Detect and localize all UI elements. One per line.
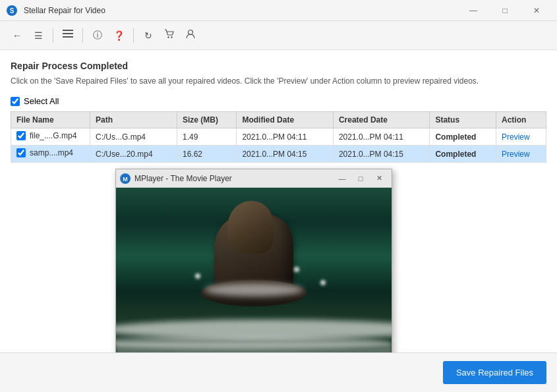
minimize-button[interactable]: — — [458, 0, 488, 21]
select-all-label: Select All — [24, 96, 59, 106]
help-button[interactable]: ❓ — [109, 26, 128, 45]
size-cell-1: 16.62 — [177, 146, 237, 163]
toolbar-separator-2 — [82, 28, 83, 43]
mplayer-window-controls: — □ ✕ — [334, 172, 388, 185]
info-button[interactable]: ⓘ — [88, 26, 107, 45]
menu-icon: ☰ — [34, 30, 43, 41]
close-button[interactable]: ✕ — [521, 0, 552, 21]
list-icon — [63, 30, 73, 41]
table-header-row: File Name Path Size (MB) Modified Date C… — [11, 112, 546, 128]
cart-icon — [164, 29, 175, 42]
size-cell-0: 1.49 — [177, 128, 237, 146]
repair-heading: Repair Process Completed — [11, 61, 546, 71]
toolbar: ← ☰ ⓘ ❓ ↻ — [0, 21, 557, 50]
save-repaired-files-button[interactable]: Save Repaired Files — [443, 361, 546, 384]
svg-text:M: M — [123, 176, 128, 182]
spray-3 — [320, 280, 326, 285]
col-header-action: Action — [496, 112, 546, 128]
mplayer-close-button[interactable]: ✕ — [370, 172, 388, 185]
filename-cell-1: samp....mp4 — [30, 148, 73, 157]
col-header-size: Size (MB) — [177, 112, 237, 128]
mplayer-video-area — [116, 188, 392, 352]
col-header-path: Path — [90, 112, 177, 128]
svg-point-5 — [167, 36, 169, 38]
file-table: File Name Path Size (MB) Modified Date C… — [11, 111, 546, 163]
created-cell-1: 2021.0...PM 04:15 — [333, 146, 430, 163]
list-button[interactable] — [59, 26, 77, 45]
bottom-bar: Save Repaired Files — [0, 352, 557, 392]
svg-rect-3 — [63, 33, 73, 34]
foam-splash — [204, 283, 303, 296]
user-button[interactable] — [181, 26, 200, 45]
path-cell-1: C:/Use...20.mp4 — [90, 146, 177, 163]
col-header-created: Created Date — [333, 112, 430, 128]
svg-rect-4 — [63, 36, 73, 38]
preview-link-1[interactable]: Preview — [502, 150, 530, 159]
preview-link-0[interactable]: Preview — [502, 132, 530, 142]
path-cell-0: C:/Us...G.mp4 — [90, 128, 177, 146]
col-header-modified: Modified Date — [237, 112, 334, 128]
wave-3 — [116, 343, 392, 352]
select-all-checkbox[interactable] — [11, 97, 20, 106]
table-row: file_....G.mp4 C:/Us...G.mp4 1.49 2021.0… — [11, 128, 546, 146]
modified-cell-0: 2021.0...PM 04:11 — [237, 128, 334, 146]
mplayer-window: M MPlayer - The Movie Player — □ ✕ — [115, 169, 392, 352]
cart-button[interactable] — [160, 26, 179, 45]
toolbar-separator-1 — [53, 28, 53, 43]
back-button[interactable]: ← — [8, 26, 26, 45]
user-icon — [185, 29, 196, 42]
window-title: Stellar Repair for Video — [24, 6, 105, 15]
table-row: samp....mp4 C:/Use...20.mp4 16.62 2021.0… — [11, 146, 546, 163]
spray-2 — [294, 267, 299, 272]
toolbar-separator-3 — [133, 28, 134, 43]
info-icon: ⓘ — [93, 30, 102, 42]
action-cell-1: Preview — [496, 146, 546, 163]
back-icon: ← — [13, 30, 22, 41]
ocean-scene — [116, 188, 392, 352]
col-header-filename: File Name — [11, 112, 90, 128]
mplayer-titlebar-left: M MPlayer - The Movie Player — [120, 173, 232, 184]
svg-rect-2 — [63, 30, 73, 31]
window-controls: — □ ✕ — [458, 0, 552, 21]
mplayer-titlebar: M MPlayer - The Movie Player — □ ✕ — [116, 169, 392, 188]
mplayer-app-icon: M — [120, 173, 131, 184]
action-cell-0: Preview — [496, 128, 546, 146]
modified-cell-1: 2021.0...PM 04:15 — [237, 146, 334, 163]
col-header-status: Status — [430, 112, 496, 128]
filename-cell-0: file_....G.mp4 — [30, 131, 76, 140]
svg-text:S: S — [10, 7, 15, 14]
select-all-row: Select All — [11, 96, 546, 106]
mplayer-maximize-button[interactable]: □ — [352, 172, 369, 185]
title-bar-left: S Stellar Repair for Video — [5, 4, 105, 17]
repair-subtext: Click on the 'Save Repaired Files' to sa… — [11, 75, 546, 87]
status-cell-1: Completed — [430, 146, 496, 163]
menu-button[interactable]: ☰ — [29, 26, 47, 45]
spray-1 — [195, 273, 200, 279]
app-icon: S — [5, 4, 18, 17]
refresh-button[interactable]: ↻ — [139, 26, 158, 45]
row-checkbox-0[interactable] — [16, 131, 26, 140]
maximize-button[interactable]: □ — [490, 0, 520, 21]
row-checkbox-1[interactable] — [16, 148, 26, 157]
help-icon: ❓ — [113, 30, 125, 41]
title-bar: S Stellar Repair for Video — □ ✕ — [0, 0, 557, 21]
mplayer-minimize-button[interactable]: — — [334, 172, 351, 185]
status-cell-0: Completed — [430, 128, 496, 146]
refresh-icon: ↻ — [144, 30, 152, 41]
main-content: Repair Process Completed Click on the 'S… — [0, 50, 557, 352]
created-cell-0: 2021.0...PM 04:11 — [333, 128, 430, 146]
svg-point-6 — [171, 36, 172, 38]
mplayer-title: MPlayer - The Movie Player — [134, 174, 232, 183]
